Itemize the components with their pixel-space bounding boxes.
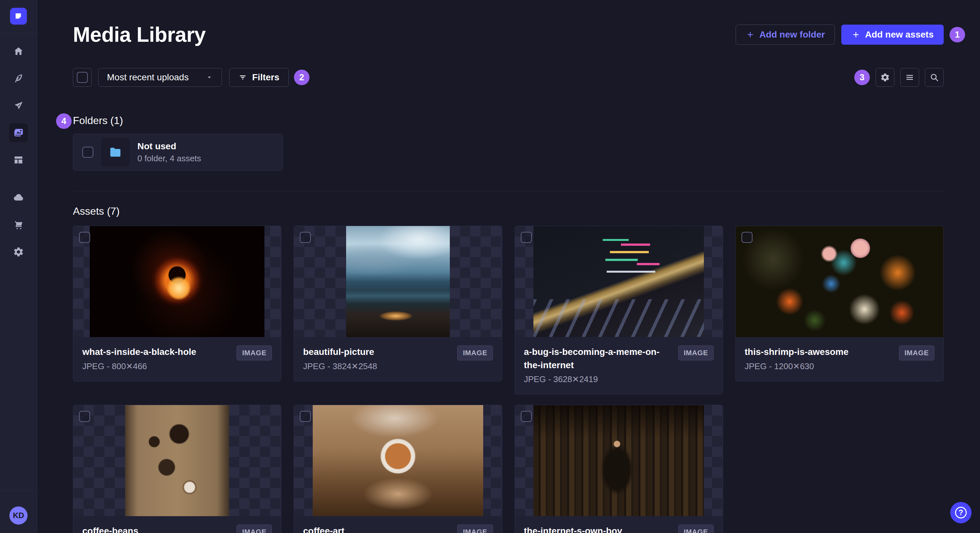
gear-icon xyxy=(13,246,24,257)
asset-type-badge: IMAGE xyxy=(678,346,714,360)
asset-caption: beautiful-picture JPEG - 3824✕2548 IMAGE xyxy=(294,337,502,381)
asset-card[interactable]: beautiful-picture JPEG - 3824✕2548 IMAGE xyxy=(294,226,502,381)
page-title: Media Library xyxy=(73,23,206,47)
asset-caption-text: beautiful-picture JPEG - 3824✕2548 xyxy=(303,346,452,371)
search-button[interactable] xyxy=(925,68,944,87)
asset-title: coffee-art xyxy=(303,525,452,533)
add-new-assets-button[interactable]: Add new assets xyxy=(841,25,944,45)
asset-caption-text: the-internet-s-own-boy JPEG - 1200✕707 xyxy=(524,525,673,533)
sidebar-divider-bottom xyxy=(0,490,37,491)
asset-image xyxy=(125,405,229,516)
sidebar-item-home[interactable] xyxy=(9,42,28,60)
asset-card[interactable]: coffee-art JPEG - 5824✕3259 IMAGE xyxy=(294,405,502,533)
filters-label: Filters xyxy=(252,72,279,82)
folder-checkbox[interactable] xyxy=(82,147,93,158)
view-settings-button[interactable] xyxy=(876,68,894,87)
filters-button[interactable]: Filters xyxy=(229,68,289,87)
plus-icon xyxy=(851,30,861,39)
asset-card[interactable]: this-shrimp-is-awesome JPEG - 1200✕630 I… xyxy=(735,226,944,381)
asset-caption: the-internet-s-own-boy JPEG - 1200✕707 I… xyxy=(515,516,723,533)
select-all-button[interactable] xyxy=(73,68,92,87)
asset-thumbnail xyxy=(294,405,502,516)
asset-title: this-shrimp-is-awesome xyxy=(745,346,894,359)
strapi-logo-icon xyxy=(14,11,23,21)
asset-caption: this-shrimp-is-awesome JPEG - 1200✕630 I… xyxy=(736,337,943,381)
paper-plane-icon xyxy=(13,100,24,111)
main-content: Media Library Add new folder Add new ass… xyxy=(37,0,980,533)
asset-thumbnail xyxy=(73,405,281,516)
page-header: Media Library Add new folder Add new ass… xyxy=(73,23,944,47)
asset-checkbox[interactable] xyxy=(79,411,90,422)
section-divider xyxy=(73,191,944,191)
cloud-icon xyxy=(13,192,24,203)
add-new-assets-label: Add new assets xyxy=(865,30,934,40)
cart-icon xyxy=(13,219,24,230)
asset-caption-text: coffee-beans JPEG - 5021✕3347 xyxy=(82,525,231,533)
folder-meta: 0 folder, 4 assets xyxy=(137,154,201,163)
asset-title: the-internet-s-own-boy xyxy=(524,525,673,533)
asset-checkbox[interactable] xyxy=(521,232,532,243)
assets-grid: what-s-inside-a-black-hole JPEG - 800✕46… xyxy=(73,226,944,533)
folders-list: Not used 0 folder, 4 assets xyxy=(73,134,944,171)
asset-image xyxy=(90,226,264,337)
asset-checkbox[interactable] xyxy=(300,232,311,243)
asset-title: beautiful-picture xyxy=(303,346,452,359)
sidebar-item-settings[interactable] xyxy=(9,243,28,261)
sort-select[interactable]: Most recent uploads xyxy=(98,68,222,87)
asset-thumbnail xyxy=(73,226,281,337)
sidebar-item-media-library[interactable] xyxy=(9,124,28,142)
user-avatar[interactable]: KD xyxy=(10,506,27,525)
asset-type-badge: IMAGE xyxy=(678,525,714,533)
asset-meta: JPEG - 1200✕630 xyxy=(745,362,894,371)
asset-card[interactable]: a-bug-is-becoming-a-meme-on-the-internet… xyxy=(515,226,723,394)
asset-card[interactable]: the-internet-s-own-boy JPEG - 1200✕707 I… xyxy=(515,405,723,533)
asset-checkbox[interactable] xyxy=(521,411,532,422)
add-new-folder-label: Add new folder xyxy=(759,30,825,40)
strapi-logo[interactable] xyxy=(10,8,27,25)
list-view-button[interactable] xyxy=(900,68,919,87)
asset-image xyxy=(346,226,450,337)
asset-meta: JPEG - 3628✕2419 xyxy=(524,374,673,384)
sidebar-item-marketplace[interactable] xyxy=(9,215,28,234)
asset-image xyxy=(533,226,704,337)
folder-info: Not used 0 folder, 4 assets xyxy=(137,141,201,163)
sidebar-divider-top xyxy=(0,33,37,33)
asset-thumbnail xyxy=(736,226,943,337)
asset-thumbnail xyxy=(515,226,723,337)
sidebar-item-releases[interactable] xyxy=(9,96,28,115)
help-button[interactable]: ? xyxy=(950,502,972,523)
assets-section-title: Assets (7) xyxy=(73,205,944,217)
plus-icon xyxy=(746,30,755,39)
asset-caption: a-bug-is-becoming-a-meme-on-the-internet… xyxy=(515,337,723,394)
asset-type-badge: IMAGE xyxy=(899,346,934,360)
asset-checkbox[interactable] xyxy=(741,232,752,243)
folder-card[interactable]: Not used 0 folder, 4 assets xyxy=(73,134,283,171)
asset-caption-text: coffee-art JPEG - 5824✕3259 xyxy=(303,525,452,533)
annotation-badge-1: 1 xyxy=(950,27,965,43)
asset-caption-text: this-shrimp-is-awesome JPEG - 1200✕630 xyxy=(745,346,894,371)
sidebar-item-content-type-builder[interactable] xyxy=(9,151,28,169)
asset-type-badge: IMAGE xyxy=(237,525,272,533)
asset-caption: coffee-beans JPEG - 5021✕3347 IMAGE xyxy=(73,516,281,533)
asset-type-badge: IMAGE xyxy=(237,346,272,360)
annotation-badge-4: 4 xyxy=(56,113,72,129)
media-library-page: KD Media Library Add new folder Add new … xyxy=(0,0,980,533)
asset-image xyxy=(533,405,704,516)
folder-name: Not used xyxy=(137,141,201,152)
asset-card[interactable]: what-s-inside-a-black-hole JPEG - 800✕46… xyxy=(73,226,281,381)
question-mark-icon: ? xyxy=(955,507,967,519)
images-icon xyxy=(13,127,24,138)
asset-caption: coffee-art JPEG - 5824✕3259 IMAGE xyxy=(294,516,502,533)
folders-section-title: Folders (1) xyxy=(73,115,944,127)
asset-checkbox[interactable] xyxy=(300,411,311,422)
sidebar-item-deploy[interactable] xyxy=(9,188,28,207)
sidebar-item-content-manager[interactable] xyxy=(9,69,28,88)
asset-caption: what-s-inside-a-black-hole JPEG - 800✕46… xyxy=(73,337,281,381)
select-all-checkbox[interactable] xyxy=(77,72,88,83)
annotation-badge-3: 3 xyxy=(854,70,870,85)
asset-checkbox[interactable] xyxy=(79,232,90,243)
search-icon xyxy=(929,73,939,82)
asset-card[interactable]: coffee-beans JPEG - 5021✕3347 IMAGE xyxy=(73,405,281,533)
annotation-badge-2: 2 xyxy=(294,70,310,85)
add-new-folder-button[interactable]: Add new folder xyxy=(736,25,835,45)
